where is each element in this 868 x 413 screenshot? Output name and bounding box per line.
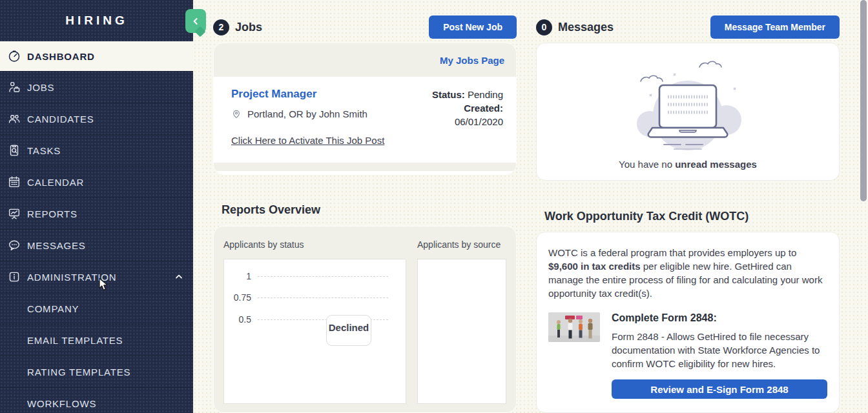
wotc-description: WOTC is a federal program that provides … (548, 246, 827, 300)
vertical-scrollbar-thumb[interactable] (860, 0, 867, 201)
chart-source-label: Applicants by source (417, 239, 506, 250)
sidebar-item-calendar[interactable]: CALENDAR (0, 166, 193, 197)
sidebar: HIRING DASHBOARD JOBS (0, 0, 193, 413)
sidebar-item-label: REPORTS (27, 208, 78, 219)
created-label: Created: (464, 103, 503, 114)
sidebar-item-administration[interactable]: ADMINISTRATION (0, 261, 193, 292)
messages-section-header: 0 Messages Message Team Member (536, 15, 840, 39)
sidebar-item-label: COMPANY (27, 303, 79, 314)
job-location-text: Portland, OR by John Smith (247, 108, 367, 119)
y-tick-label: 1 (224, 271, 251, 281)
main-content: 2 Jobs Post New Job My Jobs Page Project… (193, 0, 868, 413)
form-2848-description: Form 2848 - Allows GetHired to file nece… (612, 330, 827, 370)
jobs-column: 2 Jobs Post New Job My Jobs Page Project… (213, 15, 517, 413)
sidebar-item-label: MESSAGES (27, 240, 86, 251)
sidebar-item-tasks[interactable]: TASKS (0, 134, 193, 166)
jobs-section-header: 2 Jobs Post New Job (213, 15, 517, 39)
sidebar-item-email-templates[interactable]: EMAIL TEMPLATES (0, 324, 193, 356)
jobs-card: My Jobs Page Project Manager Portland, O… (213, 43, 517, 175)
y-tick-label: 0.75 (224, 292, 251, 303)
message-team-member-button[interactable]: Message Team Member (710, 15, 840, 39)
chevron-left-icon (191, 16, 201, 26)
sidebar-item-rating-templates[interactable]: RATING TEMPLATES (0, 356, 193, 387)
wotc-card: WOTC is a federal program that provides … (536, 232, 840, 413)
activate-job-link[interactable]: Click Here to Activate This Job Post (231, 135, 384, 146)
sidebar-item-candidates[interactable]: CANDIDATES (0, 103, 193, 134)
applicants-by-source-panel: Applicants by source (417, 239, 506, 399)
messages-empty-card: You have no unread messages (536, 43, 840, 181)
sidebar-item-dashboard[interactable]: DASHBOARD (0, 41, 193, 71)
job-title-link[interactable]: Project Manager (231, 88, 432, 101)
no-messages-prefix: You have no (619, 159, 675, 170)
chart-status-label: Applicants by status (223, 239, 406, 250)
y-tick: 1 (224, 270, 388, 283)
messages-icon (6, 237, 22, 253)
created-date: 06/01/2020 (432, 115, 503, 128)
y-tick-label: 0.5 (224, 314, 251, 325)
reports-overview-title: Reports Overview (222, 203, 517, 217)
gridline (258, 297, 388, 298)
sidebar-item-reports[interactable]: REPORTS (0, 197, 193, 229)
sidebar-item-label: EMAIL TEMPLATES (27, 335, 123, 346)
gridline (258, 276, 388, 277)
applicants-by-source-chart (417, 259, 506, 404)
sidebar-item-label: CANDIDATES (27, 114, 94, 125)
job-row: Technical Writer New York, NY by John Sm… (214, 171, 516, 175)
y-tick: 0.75 (224, 291, 388, 304)
jobs-icon (6, 79, 22, 95)
reports-icon (6, 206, 22, 221)
sidebar-nav: DASHBOARD JOBS CANDIDATES (0, 41, 193, 413)
jobs-count-badge: 2 (213, 19, 229, 35)
sidebar-item-label: WORKFLOWS (27, 398, 96, 409)
location-pin-icon (231, 108, 242, 119)
wotc-desc-bold: $9,600 in tax credits (548, 261, 641, 272)
laptop-illustration (607, 54, 769, 156)
reports-card: Applicants by status 1 0.75 0.5 Declined… (213, 226, 517, 413)
review-esign-form-button[interactable]: Review and E-Sign Form 2848 (612, 379, 827, 399)
calendar-icon (6, 174, 22, 190)
job-meta: Status: Pending Created: 06/01/2020 (432, 88, 503, 152)
jobs-card-header: My Jobs Page (214, 43, 516, 77)
sidebar-item-label: CALENDAR (27, 177, 84, 188)
sidebar-item-label: RATING TEMPLATES (27, 367, 130, 378)
sidebar-item-jobs[interactable]: JOBS (0, 71, 193, 103)
applicants-by-status-panel: Applicants by status 1 0.75 0.5 Declined (223, 239, 406, 399)
chart-tooltip: Declined (326, 315, 371, 346)
my-jobs-page-link[interactable]: My Jobs Page (440, 55, 504, 66)
administration-icon (6, 269, 22, 285)
wotc-desc-pre: WOTC is a federal program that provides … (548, 247, 796, 258)
jobs-section-title: Jobs (235, 21, 262, 34)
messages-column: 0 Messages Message Team Member (536, 15, 840, 413)
no-messages-text: You have no unread messages (619, 159, 757, 170)
form-2848-content: Complete Form 2848: Form 2848 - Allows G… (612, 312, 827, 399)
messages-count-badge: 0 (536, 19, 552, 35)
sidebar-item-messages[interactable]: MESSAGES (0, 229, 193, 261)
sidebar-item-label: DASHBOARD (27, 51, 95, 62)
no-messages-bold: unread messages (675, 159, 757, 170)
sidebar-item-label: ADMINISTRATION (27, 272, 116, 283)
sidebar-collapse-button[interactable] (185, 9, 206, 33)
post-new-job-button[interactable]: Post New Job (429, 15, 517, 39)
sidebar-item-workflows[interactable]: WORKFLOWS (0, 387, 193, 413)
chevron-up-icon[interactable] (174, 272, 184, 282)
tasks-icon (6, 143, 22, 158)
brand-title: HIRING (0, 0, 193, 41)
status-label: Status: (432, 89, 465, 100)
form-2848-title: Complete Form 2848: (612, 312, 827, 324)
job-main: Project Manager Portland, OR by John Smi… (231, 88, 432, 152)
sidebar-item-company[interactable]: COMPANY (0, 292, 193, 324)
wotc-photo-thumbnail (548, 312, 600, 342)
status-value: Pending (468, 89, 503, 100)
sidebar-item-label: TASKS (27, 145, 61, 156)
wotc-title: Work Opportunity Tax Credit (WOTC) (544, 210, 840, 223)
candidates-icon (6, 111, 22, 126)
form-2848-block: Complete Form 2848: Form 2848 - Allows G… (548, 312, 827, 399)
applicants-by-status-chart: 1 0.75 0.5 Declined (223, 259, 406, 404)
sidebar-item-label: JOBS (27, 82, 54, 93)
job-row: Project Manager Portland, OR by John Smi… (214, 77, 516, 163)
job-location: Portland, OR by John Smith (231, 108, 432, 119)
messages-section-title: Messages (558, 21, 614, 34)
dashboard-icon (6, 48, 22, 64)
